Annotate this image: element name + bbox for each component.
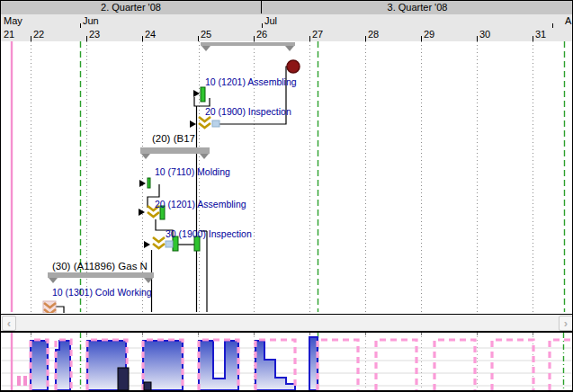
operation-segment[interactable]: [166, 241, 173, 247]
week-label: 24: [145, 29, 156, 40]
setup-chevron-icon[interactable]: [199, 117, 210, 128]
quarter-cell: 2. Quarter '08: [1, 1, 262, 13]
time-scale[interactable]: 2. Quarter '083. Quarter '08 MayJunJulA …: [1, 1, 573, 41]
summary-end-triangle: [200, 154, 209, 159]
input-arrow-icon: [193, 90, 200, 97]
operation-bar[interactable]: [148, 178, 150, 188]
week-row[interactable]: 2122232425262728293031: [1, 28, 573, 42]
scroll-right-button[interactable]: ›: [559, 316, 573, 331]
quarter-row[interactable]: 2. Quarter '083. Quarter '08: [1, 1, 573, 15]
input-arrow-icon: [139, 209, 145, 216]
capacity-limit-outline: [550, 340, 573, 390]
week-label: 31: [535, 29, 546, 40]
week-label: 30: [479, 29, 490, 40]
order-summary-bar[interactable]: [140, 147, 210, 154]
summary-end-triangle: [49, 278, 58, 283]
pink-mini-bar: [17, 376, 21, 386]
input-arrow-icon: [144, 241, 150, 248]
order-milestone-icon[interactable]: [287, 60, 300, 73]
chevron-left-icon: ‹: [7, 316, 11, 330]
setup-chevron-icon[interactable]: [148, 206, 159, 217]
pink-mini-bar: [23, 376, 27, 386]
operation-bar[interactable]: [173, 236, 178, 251]
order-summary-bar[interactable]: [201, 42, 295, 46]
horizontal-scrollbar[interactable]: ‹ ›: [1, 314, 573, 333]
week-label: 27: [312, 29, 323, 40]
input-arrow-icon: [190, 120, 196, 128]
summary-end-triangle: [285, 46, 294, 51]
capacity-limit-outline: [318, 340, 358, 390]
month-row[interactable]: MayJunJulA: [1, 14, 573, 29]
chevron-right-icon: ›: [564, 316, 568, 330]
week-label: 29: [424, 29, 434, 40]
scroll-left-button[interactable]: ‹: [2, 316, 16, 331]
planning-board-window: 2. Quarter '083. Quarter '08 MayJunJulA …: [0, 0, 573, 392]
week-label: 23: [89, 29, 100, 40]
setup-chevron-icon[interactable]: [153, 237, 165, 248]
month-label: Jul: [264, 15, 277, 26]
capacity-limit-outline: [376, 340, 416, 390]
week-label: 21: [4, 29, 14, 40]
month-label: Jun: [83, 15, 99, 26]
relationship-connector: [56, 307, 64, 313]
capacity-limit-outline: [434, 340, 475, 390]
operation-segment[interactable]: [212, 120, 219, 127]
capacity-limit-outline: [492, 340, 533, 390]
operation-bar[interactable]: [201, 87, 205, 102]
secondary-load-bar[interactable]: [118, 368, 129, 390]
gantt-graphics: [1, 41, 573, 313]
month-label: A: [565, 15, 571, 26]
relationship-connector: [156, 219, 173, 236]
capacity-load-area[interactable]: [31, 341, 48, 390]
month-label: May: [4, 15, 22, 26]
operation-bar[interactable]: [194, 236, 200, 251]
week-label: 25: [201, 29, 211, 40]
week-label: 28: [368, 29, 379, 40]
order-summary-bar[interactable]: [48, 272, 154, 278]
histogram-graphics: [1, 333, 573, 390]
relationship-connector: [219, 67, 287, 124]
gantt-chart-area[interactable]: 10 (1201) Assembling20 (1900) Inspection…: [1, 41, 573, 313]
operation-bar[interactable]: [160, 206, 165, 219]
week-label: 22: [33, 29, 44, 40]
summary-end-triangle: [201, 46, 210, 51]
week-label: 26: [256, 29, 267, 40]
quarter-cell: 3. Quarter '08: [262, 1, 573, 13]
resource-load-histogram[interactable]: [1, 333, 573, 392]
secondary-load-bar[interactable]: [144, 382, 151, 390]
